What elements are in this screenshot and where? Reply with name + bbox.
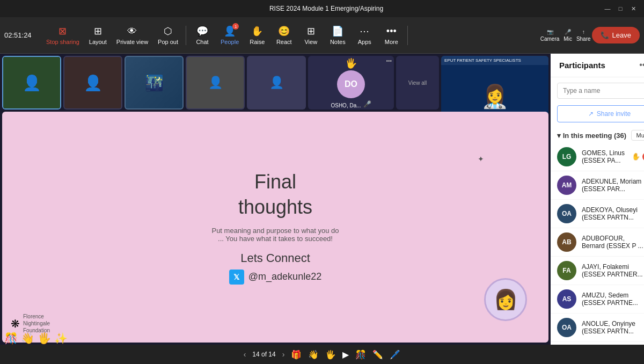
panel-header: Participants ••• ✕	[551, 54, 644, 77]
emoji-reactions: 🎊👋🖐️✨	[4, 332, 68, 345]
hand-raised-icon: 🖐️	[345, 57, 357, 69]
mic-button[interactable]: 🎤 Mic	[564, 29, 572, 42]
next-slide-button[interactable]: ›	[282, 350, 285, 359]
layout-button[interactable]: ⊞ Layout	[85, 21, 111, 49]
chat-icon: 💬	[196, 25, 208, 37]
pres-wave2-icon[interactable]: 🖐️	[325, 350, 336, 360]
people-icon: 👤1	[224, 25, 236, 37]
toolbar-divider-2	[407, 26, 408, 45]
video-area: 👤 👤 🌃 👤 👤 🖐️ DO OSHO, Da... 🎤	[0, 54, 551, 345]
participant-name: AJAYI, Folakemi (ESSEX PARTNER...	[582, 263, 644, 278]
search-box[interactable]: 🔍	[557, 83, 644, 99]
slide-subtitle: Put meaning and purpose to what you do..…	[211, 227, 339, 243]
twitter-handle: @m_adekunle22	[248, 271, 321, 282]
pres-marker-icon[interactable]: 🖊️	[390, 350, 400, 360]
notes-icon: 📄	[332, 25, 343, 37]
participant-name: ADEKOYA, Oluseyi (ESSEX PARTN...	[582, 206, 644, 221]
pres-extra-icon[interactable]: 🎊	[355, 350, 366, 360]
participant-name: ANOLUE, Onyinye (ESSEX PARTN...	[582, 320, 644, 335]
pres-gift-icon[interactable]: 🎁	[291, 350, 302, 360]
mute-all-button[interactable]: Mute all	[631, 130, 644, 141]
participant-thumb-5: 👤	[247, 56, 306, 110]
participant-item: AB ADUBOFOUR, Bernard (ESSEX P ... 🔇	[551, 228, 644, 257]
fnf-logo: ❋ Florence Nightingale Foundation	[11, 313, 50, 334]
view-button[interactable]: ⊞ View	[298, 21, 324, 49]
slide-counter: 14 of 14	[252, 351, 275, 358]
more-icon: •••	[386, 26, 397, 37]
participant-item: FA AJAYI, Folakemi (ESSEX PARTNER... 🔇	[551, 257, 644, 285]
react-icon: 😊	[278, 25, 290, 37]
participant-avatar: OA	[557, 204, 576, 223]
chat-button[interactable]: 💬 Chat	[189, 21, 215, 49]
window-title: RISE 2024 Module 1 Emerging/Aspiring	[49, 5, 603, 12]
react-button[interactable]: 😊 React	[271, 21, 297, 49]
pop-out-button[interactable]: ⬡ Pop out	[153, 21, 182, 49]
participant-avatar: FA	[557, 261, 576, 280]
view-icon: ⊞	[307, 25, 315, 37]
eput-banner: EPUT PATIENT SAFETY SPECIALISTS	[441, 56, 548, 65]
more-button[interactable]: ••• More	[378, 21, 404, 49]
private-view-button[interactable]: 👁 Private view	[112, 21, 152, 49]
participant-name: ADUBOFOUR, Bernard (ESSEX P ...	[582, 235, 644, 250]
participant-name: GOMES, Linus (ESSEX PA...	[582, 149, 626, 164]
maximize-button[interactable]: □	[616, 4, 625, 13]
apps-button[interactable]: ⋯ Apps	[352, 21, 377, 49]
pres-wave-icon[interactable]: 👋	[308, 350, 319, 360]
view-all-button[interactable]: View all	[396, 56, 439, 110]
participant-thumb-3: 🌃	[125, 56, 184, 110]
window-controls: — □ ✕	[603, 4, 638, 13]
pres-pen-icon[interactable]: ✏️	[372, 350, 383, 360]
meeting-timer: 02:51:24	[4, 31, 36, 39]
panel-header-icons: ••• ✕	[639, 60, 644, 70]
search-input[interactable]	[563, 87, 643, 94]
minimize-button[interactable]: —	[603, 4, 612, 13]
participant-item: AM ADEKUNLE, Moriam (ESSEX PAR... 🎤	[551, 171, 644, 200]
apps-icon: ⋯	[360, 25, 369, 37]
presenter-name: OSHO, Da...	[331, 103, 361, 108]
slide-connect: Lets Connect	[240, 251, 310, 265]
toolbar-divider-1	[186, 26, 186, 45]
participant-avatar: AM	[557, 176, 576, 195]
toolbar: 02:51:24 ⊠ Stop sharing ⊞ Layout 👁 Priva…	[0, 17, 644, 54]
presentation-slide: Finalthoughts Put meaning and purpose to…	[2, 112, 548, 343]
participants-panel: Participants ••• ✕ 🔍 ↗ Share invite ▾ In…	[551, 54, 644, 345]
presenter-avatar-circle: DO	[337, 70, 365, 98]
participant-thumb-2: 👤	[63, 56, 122, 110]
leave-button[interactable]: 📞 Leave	[592, 27, 640, 43]
raise-icon: ✋	[251, 25, 263, 37]
close-button[interactable]: ✕	[629, 4, 638, 13]
share-invite-button[interactable]: ↗ Share invite	[557, 105, 644, 122]
participant-item: AS AMUZU, Sedem (ESSEX PARTNE... 🔇	[551, 285, 644, 314]
people-button[interactable]: 👤1 People	[216, 21, 243, 49]
participant-status-icons: ✋ 1 🔇	[632, 152, 644, 161]
raise-button[interactable]: ✋ Raise	[244, 21, 270, 49]
stop-sharing-button[interactable]: ⊠ Stop sharing	[42, 21, 84, 49]
share-button[interactable]: ↑ Share	[576, 29, 591, 42]
camera-button[interactable]: 📷 Camera	[540, 29, 560, 42]
participant-avatar: AB	[557, 232, 576, 252]
share-icon: ↑	[582, 29, 585, 35]
main-content: 👤 👤 🌃 👤 👤 🖐️ DO OSHO, Da... 🎤	[0, 54, 644, 345]
in-meeting-label: ▾ In this meeting (36)	[557, 132, 626, 140]
panel-more-icon[interactable]: •••	[639, 60, 644, 70]
slide-presenter-photo: 👩	[484, 278, 527, 321]
phone-icon: 📞	[601, 31, 609, 39]
participant-item: OA ANOLUE, Onyinye (ESSEX PARTN... 🔇	[551, 314, 644, 342]
mic-icon: 🎤	[565, 29, 571, 35]
twitter-icon: 𝕏	[229, 270, 244, 285]
participant-thumb-4: 👤	[186, 56, 245, 110]
participant-item: LG GOMES, Linus (ESSEX PA... ✋ 1 🔇	[551, 143, 644, 171]
pres-play-icon[interactable]: ▶	[342, 350, 349, 360]
prev-slide-button[interactable]: ‹	[244, 350, 246, 359]
presentation-controls: ‹ 14 of 14 › 🎁 👋 🖐️ ▶ 🎊 ✏️ 🖊️	[0, 345, 644, 364]
title-bar: RISE 2024 Module 1 Emerging/Aspiring — □…	[0, 0, 644, 17]
participant-strip: 👤 👤 🌃 👤 👤 🖐️ DO OSHO, Da... 🎤	[2, 56, 548, 110]
notes-button[interactable]: 📄 Notes	[325, 21, 350, 49]
in-meeting-header: ▾ In this meeting (36) Mute all	[551, 126, 644, 143]
participant-avatar: OA	[557, 318, 576, 337]
private-view-icon: 👁	[127, 26, 137, 37]
share-invite-icon: ↗	[588, 110, 594, 118]
panel-title: Participants	[559, 61, 635, 70]
participant-avatar: LG	[557, 147, 576, 166]
participant-name: AMUZU, Sedem (ESSEX PARTNE...	[582, 292, 644, 307]
